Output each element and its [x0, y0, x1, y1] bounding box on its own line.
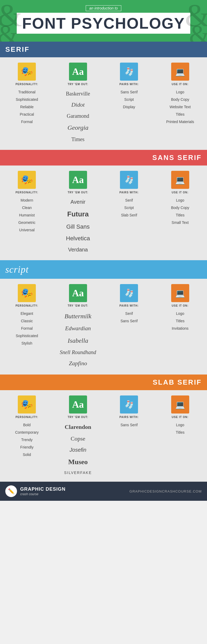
useon-label: USE IT ON: [172, 191, 188, 194]
footer-url: GRAPHICDESIGNCRASHCOURSE.COM [130, 489, 202, 493]
list-item: Baskerville [66, 88, 90, 99]
pairs-items: Serif Script Slab Serif [121, 197, 137, 219]
serif-personality-col: 🎭 PERSONALITY: Traditional Sophisticated… [3, 63, 51, 145]
script-pairs-col: 🧦 PAIRS WITH: Serif Sans Serif [105, 284, 153, 369]
personality-icon: 🎭 [18, 395, 36, 414]
list-item: Logo [166, 88, 194, 96]
pairs-icon: 🧦 [120, 171, 138, 189]
list-item: Sans Serif [120, 421, 138, 429]
list-item: Humanist [18, 211, 36, 219]
useon-icon: 💻 [171, 171, 189, 189]
script-personality-col: 🎭 PERSONALITY: Elegant Classic Formal So… [3, 284, 51, 369]
list-item: Small Text [171, 219, 189, 226]
list-item: Modern [18, 197, 36, 204]
list-item: Verdana [66, 244, 90, 255]
serif-section-header: SERIF [0, 42, 207, 57]
sans-useon-col: 💻 USE IT ON: Logo Body Copy Titles Small… [156, 171, 205, 255]
sans-section-content: 🎭 PERSONALITY: Modern Clean Humanist Geo… [0, 166, 207, 260]
list-item: Contemporary [15, 429, 39, 436]
header-subtitle: an introduction to [86, 5, 121, 11]
slab-useon-col: 💻 USE IT ON: Logo Titles [156, 395, 205, 476]
pairs-items: Serif Sans Serif [120, 310, 138, 325]
list-item: Body Copy [166, 96, 194, 103]
list-item: Garamond [66, 111, 90, 121]
list-item: Script [120, 96, 138, 103]
serif-useon-col: 💻 USE IT ON: Logo Body Copy Website Text… [156, 63, 205, 145]
personality-icon: 🎭 [18, 171, 36, 189]
footer-brand-text: GRAPHIC DESIGN crash course [20, 486, 66, 496]
list-item: Titles [176, 429, 184, 436]
useon-items: Logo Body Copy Website Text Titles Print… [166, 88, 194, 125]
list-item: Clean [18, 204, 36, 211]
sans-tryem-col: Aa TRY 'EM OUT: Avenir Futura Gill Sans … [54, 171, 102, 255]
pairs-icon: 🧦 [120, 63, 138, 81]
tryon-icon: Aa [69, 171, 87, 189]
list-item: Titles [171, 211, 189, 219]
tryem-label: TRY 'EM OUT: [68, 416, 88, 419]
list-item: Classic [16, 317, 38, 325]
list-item: Serif [120, 310, 138, 317]
tryem-items: Clarendon Copse Josefin Museo SILVERFAKE [64, 421, 92, 476]
personality-items: Traditional Sophisticated Reliable Pract… [16, 88, 38, 125]
list-item: Slab Serif [121, 211, 137, 219]
deco-ampersand-br: & [189, 19, 207, 42]
list-item: Reliable [16, 103, 38, 111]
list-item: Avenir [66, 197, 90, 207]
list-item: Logo [172, 310, 188, 317]
pairs-label: PAIRS WITH: [119, 304, 139, 307]
list-item: Friendly [15, 443, 39, 451]
pairs-icon: 🧦 [120, 284, 138, 302]
footer-logo-icon: ✏️ [5, 485, 17, 497]
list-item: Copse [64, 433, 92, 445]
tryon-icon: Aa [69, 63, 87, 81]
list-item: Geometric [18, 219, 36, 226]
footer-brand-name: GRAPHIC DESIGN [20, 486, 66, 492]
list-item: Website Text [166, 103, 194, 111]
list-item: Script [121, 204, 137, 211]
sans-personality-col: 🎭 PERSONALITY: Modern Clean Humanist Geo… [3, 171, 51, 255]
script-useon-col: 💻 USE IT ON: Logo Titles Invitations [156, 284, 205, 369]
script-section-header: script [0, 260, 207, 279]
personality-items: Bold Contemporary Trendy Friendly Solid [15, 421, 39, 458]
useon-label: USE IT ON: [172, 83, 188, 86]
list-item: Traditional [16, 88, 38, 96]
list-item: Helvetica [66, 233, 90, 244]
tryem-items: Baskerville Didot Garamond Georgia Times [66, 88, 90, 145]
list-item: Display [120, 103, 138, 111]
personality-items: Elegant Classic Formal Sophisticated Sty… [16, 310, 38, 347]
sans-section-header: SANS SERIF [0, 150, 207, 166]
list-item: Bold [15, 421, 39, 429]
list-item: Clarendon [64, 421, 92, 433]
list-item: Serif [121, 197, 137, 204]
list-item: Georgia [66, 121, 90, 134]
list-item: Didot [66, 99, 90, 111]
useon-icon: 💻 [171, 63, 189, 81]
script-tryem-col: Aa TRY 'EM OUT: Buttermilk Edwardian Isa… [54, 284, 102, 369]
tryem-items: Avenir Futura Gill Sans Helvetica Verdan… [66, 197, 90, 255]
personality-label: PERSONALITY: [15, 304, 38, 307]
header-title: FONT PSYCHOLOGY [17, 13, 190, 34]
list-item: Isabella [60, 334, 96, 347]
slab-personality-col: 🎭 PERSONALITY: Bold Contemporary Trendy … [3, 395, 51, 476]
list-item: Times [66, 134, 90, 145]
tryem-label: TRY 'EM OUT: [68, 304, 88, 307]
list-item: SILVERFAKE [64, 469, 92, 476]
list-item: Body Copy [171, 204, 189, 211]
pairs-items: Sans Serif Script Display [120, 88, 138, 111]
list-item: Logo [176, 421, 184, 429]
slab-tryem-col: Aa TRY 'EM OUT: Clarendon Copse Josefin … [54, 395, 102, 476]
footer-brand-area: ✏️ GRAPHIC DESIGN crash course [5, 485, 66, 497]
sans-pairs-col: 🧦 PAIRS WITH: Serif Script Slab Serif [105, 171, 153, 255]
page-header: & & & & an introduction to FONT PSYCHOLO… [0, 0, 207, 42]
list-item: Invitations [172, 325, 188, 332]
tryem-label: TRY 'EM OUT: [68, 83, 88, 86]
slab-pairs-col: 🧦 PAIRS WITH: Sans Serif [105, 395, 153, 476]
list-item: Titles [172, 317, 188, 325]
personality-label: PERSONALITY: [15, 83, 38, 86]
useon-label: USE IT ON: [172, 416, 188, 419]
list-item: Solid [15, 451, 39, 458]
tryon-icon: Aa [69, 395, 87, 414]
pairs-items: Sans Serif [120, 421, 138, 429]
list-item: Logo [171, 197, 189, 204]
useon-items: Logo Titles Invitations [172, 310, 188, 332]
